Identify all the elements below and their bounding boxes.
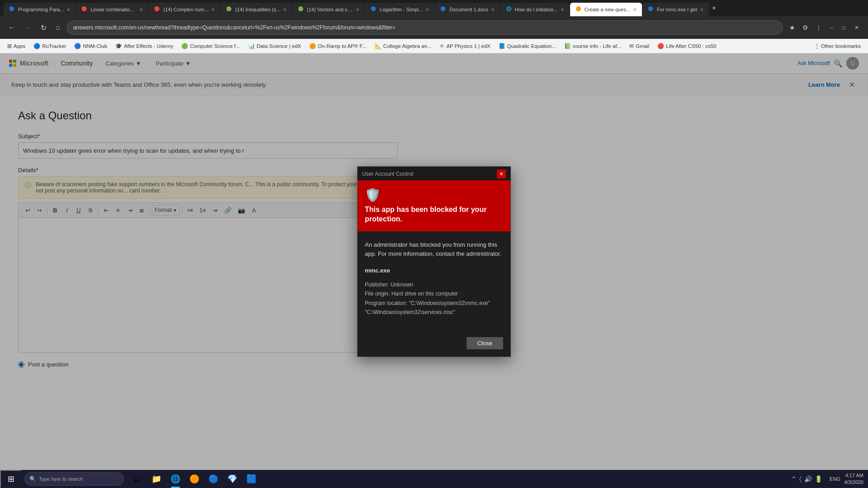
- taskbar-app-file-explorer[interactable]: 📁: [147, 470, 165, 488]
- tab-t7[interactable]: 🔵Document 1.docx✕: [435, 3, 500, 16]
- tab-close-icon[interactable]: ✕: [66, 7, 70, 12]
- bookmark-label: After Effects - Udemy: [124, 43, 173, 49]
- uac-red-section: 🛡️ This app has been blocked for your pr…: [358, 180, 510, 231]
- taskbar-apps: 🗂📁🌐🟠🔵💎🟦: [127, 470, 262, 488]
- maximize-button[interactable]: □: [839, 23, 849, 32]
- address-bar: ← → ↻ ⌂ ★ ⚙ ⋮ − □ ✕: [0, 16, 868, 39]
- taskbar-app-code-editor[interactable]: 🟠: [185, 470, 203, 488]
- extensions-button[interactable]: ⚙: [800, 22, 811, 33]
- tab-favicon: 🌐: [506, 6, 512, 13]
- bookmark-item[interactable]: 🔴Life After CS50 : cs50: [654, 41, 720, 51]
- bookmark-icon: ✉: [629, 43, 634, 49]
- search-icon: 🔍: [29, 476, 36, 482]
- taskbar-app-chrome[interactable]: 🌐: [166, 470, 184, 488]
- tab-favicon: 🔵: [440, 6, 447, 13]
- uac-program-location: Program location: "C:\Windows\system32\m…: [365, 299, 503, 317]
- taskbar-date: 4/3/2020: [844, 479, 863, 486]
- tab-close-icon[interactable]: ✕: [283, 7, 287, 12]
- taskbar-time-date[interactable]: 4:17 AM 4/3/2020: [844, 472, 863, 486]
- bookmark-item[interactable]: ✉Gmail: [626, 41, 653, 51]
- minimize-button[interactable]: −: [826, 23, 837, 32]
- tab-favicon: 🔴: [81, 6, 88, 13]
- tab-favicon: 🔴: [154, 6, 160, 13]
- tab-close-icon[interactable]: ✕: [356, 7, 359, 12]
- taskbar-battery-icon[interactable]: 🔋: [815, 475, 822, 483]
- tab-t1[interactable]: 🔵Programming Para...✕: [4, 3, 75, 16]
- bookmark-item[interactable]: 🎓After Effects - Udemy: [112, 41, 177, 51]
- bookmark-item[interactable]: ⚛AP Physics 1 | edX: [436, 41, 494, 51]
- taskbar-language[interactable]: ENG: [828, 476, 842, 482]
- tab-close-icon[interactable]: ✕: [139, 7, 143, 12]
- bookmark-item[interactable]: 📗course info - Life af...: [561, 41, 625, 51]
- uac-body: An administrator has blocked you from ru…: [358, 231, 510, 333]
- back-button[interactable]: ←: [5, 22, 18, 33]
- bookmark-label: Gmail: [636, 43, 649, 49]
- taskbar-app-media[interactable]: 🟦: [242, 470, 260, 488]
- bookmark-item[interactable]: 🔵NNM-Club: [71, 41, 111, 51]
- uac-close-x-button[interactable]: ✕: [497, 169, 506, 178]
- bookmark-button[interactable]: ★: [787, 22, 798, 33]
- uac-shield-icon: 🛡️: [365, 188, 503, 202]
- bookmark-label: College Algebra an...: [383, 43, 432, 49]
- tab-t9[interactable]: 🟠Create a new ques...✕: [570, 3, 642, 16]
- tab-label: Programming Para...: [18, 7, 64, 12]
- tab-label: Create a new ques...: [585, 7, 631, 12]
- bookmarks-bar: ⊞Apps🔵RuTracker🔵NNM-Club🎓After Effects -…: [0, 39, 868, 53]
- taskbar-time: 4:17 AM: [844, 472, 863, 479]
- tab-t8[interactable]: 🌐How do I initialize...✕: [500, 3, 570, 16]
- tab-favicon: 🔵: [371, 6, 377, 13]
- taskbar-search-box[interactable]: 🔍 Type here to search: [24, 472, 124, 486]
- uac-close-button[interactable]: Close: [467, 337, 503, 349]
- close-window-button[interactable]: ✕: [851, 23, 863, 32]
- bookmark-item[interactable]: 🔵RuTracker: [30, 41, 70, 51]
- tab-t5[interactable]: 🟢(14) Vectors and sp...✕: [292, 3, 365, 16]
- bookmark-label: AP Physics 1 | edX: [446, 43, 490, 49]
- taskbar-app-vs-code[interactable]: 🔵: [204, 470, 222, 488]
- refresh-button[interactable]: ↻: [38, 22, 49, 34]
- address-input[interactable]: [66, 20, 783, 35]
- tab-close-icon[interactable]: ✕: [633, 7, 637, 12]
- bookmark-item[interactable]: ⊞Apps: [4, 41, 29, 51]
- tab-label: (14) Complex num...: [163, 7, 208, 12]
- menu-button[interactable]: ⋮: [813, 22, 825, 33]
- uac-details: Publisher: Unknown File origin: Hard dri…: [365, 280, 503, 317]
- taskbar-app-task-view[interactable]: 🗂: [128, 470, 146, 488]
- tab-favicon: 🟢: [298, 6, 304, 13]
- bookmark-item[interactable]: 🟢Computer Science f...: [178, 41, 244, 51]
- taskbar-network-icon[interactable]: 〈: [799, 475, 802, 483]
- tab-t2[interactable]: 🔴Linear combination...✕: [76, 3, 148, 16]
- tab-favicon: 🔵: [9, 6, 15, 13]
- bookmark-item[interactable]: 📐College Algebra an...: [371, 41, 435, 51]
- bookmark-item[interactable]: 📊Data Science | edX: [245, 41, 305, 51]
- bookmark-item[interactable]: 🟠On-Ramp to AP® F...: [306, 41, 370, 51]
- bookmark-icon: ⚛: [439, 43, 444, 49]
- tab-t3[interactable]: 🔴(14) Complex num...✕: [149, 3, 220, 16]
- tab-t4[interactable]: 🟢(14) Inequalities (s...✕: [221, 3, 292, 16]
- tab-close-icon[interactable]: ✕: [425, 7, 429, 12]
- tab-close-icon[interactable]: ✕: [491, 7, 495, 12]
- home-button[interactable]: ⌂: [53, 22, 63, 33]
- tab-t10[interactable]: 🔵For mmc.exe I get✕: [642, 3, 709, 16]
- bookmark-icon: 🎓: [115, 43, 122, 49]
- browser-chrome: 🔵Programming Para...✕🔴Linear combination…: [0, 0, 868, 39]
- bookmark-label: NNM-Club: [83, 43, 107, 49]
- uac-title-bar-text: User Account Control: [362, 171, 413, 177]
- bookmark-label: Quadratic Equation...: [507, 43, 556, 49]
- bookmark-icon: 📐: [375, 43, 382, 49]
- taskbar-volume-icon[interactable]: 🔊: [804, 475, 812, 483]
- bookmarks-more-button[interactable]: ⋮ Other bookmarks: [811, 41, 864, 51]
- tab-close-icon[interactable]: ✕: [700, 7, 703, 12]
- forward-button[interactable]: →: [22, 22, 34, 33]
- uac-footer: Close: [358, 333, 510, 357]
- taskbar-app-ae[interactable]: 💎: [223, 470, 241, 488]
- tab-close-icon[interactable]: ✕: [211, 7, 215, 12]
- page-content: Microsoft | Community Categories ▼ Parti…: [0, 53, 868, 470]
- new-tab-button[interactable]: +: [709, 4, 719, 12]
- tab-t6[interactable]: 🔵Logarithm - Simpl...✕: [365, 3, 434, 16]
- bookmark-item[interactable]: 📘Quadratic Equation...: [495, 41, 560, 51]
- bookmark-label: Apps: [14, 43, 25, 49]
- tab-close-icon[interactable]: ✕: [561, 7, 564, 12]
- taskbar-up-arrow[interactable]: ⌃: [791, 475, 797, 483]
- bookmark-label: On-Ramp to AP® F...: [318, 43, 367, 49]
- start-button[interactable]: ⊞: [0, 470, 22, 488]
